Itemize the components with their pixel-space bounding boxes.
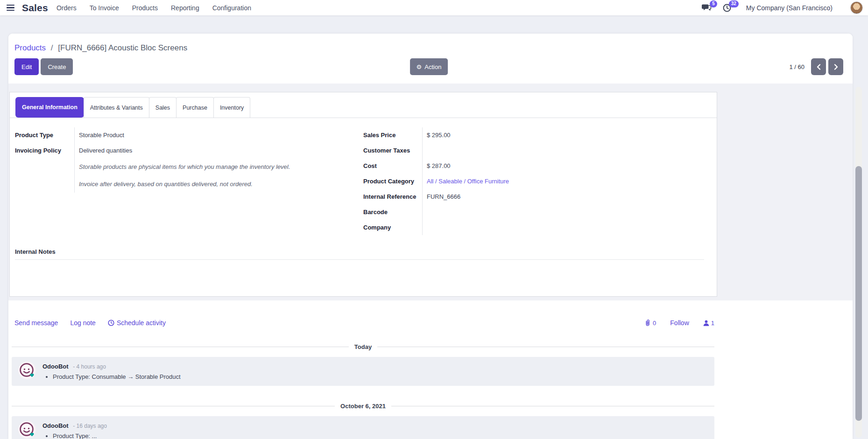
- user-avatar[interactable]: [850, 1, 863, 14]
- pager-count: 1 / 60: [789, 63, 804, 70]
- product-category-label: Product Category: [363, 174, 422, 189]
- cost-label: Cost: [363, 158, 422, 174]
- storable-help-text: Storable products are physical items for…: [74, 158, 348, 175]
- message-author[interactable]: OdooBot: [42, 422, 69, 429]
- form-right-column: Sales Price $ 295.00 Customer Taxes Cost…: [363, 127, 698, 235]
- chatter-actions: Send message Log note Schedule activity: [14, 319, 714, 327]
- paperclip-icon: [644, 319, 651, 327]
- barcode-label: Barcode: [363, 204, 422, 220]
- nav-item-to-invoice[interactable]: To Invoice: [90, 4, 119, 12]
- divider-line: [377, 347, 714, 347]
- log-note-label: Log note: [70, 319, 96, 327]
- internal-notes-body[interactable]: [15, 260, 704, 296]
- message-content: OdooBot - 16 days ago Product Type: ...: [42, 421, 107, 439]
- pager-previous-button[interactable]: [811, 58, 826, 75]
- nav-menu: Orders To Invoice Products Reporting Con…: [56, 4, 251, 12]
- hamburger-menu-icon[interactable]: [4, 3, 17, 13]
- message-timestamp: - 4 hours ago: [73, 363, 106, 370]
- divider-line: [12, 406, 335, 406]
- action-manager-card: Products / [FURN_6666] Acoustic Bloc Scr…: [8, 34, 853, 439]
- gear-icon: ⚙: [416, 64, 422, 70]
- chevron-right-icon: [834, 64, 838, 70]
- invoicing-policy-value: Delivered quantities: [74, 143, 348, 158]
- follow-zone: 0 Follow 1: [644, 319, 714, 327]
- divider-line: [12, 347, 349, 347]
- tab-purchase[interactable]: Purchase: [176, 97, 214, 118]
- nav-item-products[interactable]: Products: [132, 4, 158, 12]
- chatter-message: OdooBot - 4 hours ago Product Type: Cons…: [12, 357, 714, 386]
- schedule-activity-label: Schedule activity: [117, 319, 166, 327]
- general-information-form: Product Type Storable Product Invoicing …: [10, 118, 717, 235]
- tab-inventory[interactable]: Inventory: [213, 97, 250, 118]
- nav-item-reporting[interactable]: Reporting: [171, 4, 199, 12]
- chatter-message: OdooBot - 16 days ago Product Type: ...: [12, 416, 714, 439]
- customer-taxes-value: [422, 143, 698, 158]
- cost-value: $ 287.00: [422, 158, 698, 174]
- pager-next-button[interactable]: [828, 58, 843, 75]
- message-author[interactable]: OdooBot: [42, 363, 69, 370]
- tab-sales[interactable]: Sales: [149, 97, 176, 118]
- breadcrumb-separator: /: [51, 43, 53, 52]
- customer-taxes-label: Customer Taxes: [363, 143, 422, 158]
- attachment-count: 0: [653, 320, 656, 327]
- sales-price-label: Sales Price: [363, 127, 422, 143]
- attachments-button[interactable]: 0: [644, 319, 656, 327]
- control-panel: Products / [FURN_6666] Acoustic Bloc Scr…: [8, 34, 853, 84]
- follow-button[interactable]: Follow: [670, 319, 689, 327]
- schedule-activity-button[interactable]: Schedule activity: [108, 319, 166, 327]
- create-button[interactable]: Create: [41, 58, 73, 75]
- form-content-area: General Information Attributes & Variant…: [8, 84, 853, 439]
- message-content: OdooBot - 4 hours ago Product Type: Cons…: [42, 362, 181, 380]
- notebook-tabs: General Information Attributes & Variant…: [10, 92, 717, 118]
- barcode-value: [422, 204, 698, 220]
- messages-icon[interactable]: 5: [701, 3, 713, 13]
- log-note-button[interactable]: Log note: [70, 319, 96, 327]
- breadcrumb-products-link[interactable]: Products: [14, 43, 46, 52]
- company-label: Company: [363, 220, 422, 235]
- tab-general-information[interactable]: General Information: [15, 97, 84, 118]
- action-button-label: Action: [424, 63, 441, 70]
- follow-label: Follow: [670, 319, 689, 327]
- messages-badge: 5: [710, 0, 717, 7]
- schedule-clock-icon: [108, 320, 114, 326]
- scrollbar-thumb[interactable]: [855, 166, 862, 421]
- form-sheet: General Information Attributes & Variant…: [9, 92, 717, 297]
- send-message-button[interactable]: Send message: [14, 319, 58, 327]
- date-divider-today: Today: [12, 343, 714, 350]
- product-category-link[interactable]: All / Saleable / Office Furniture: [427, 178, 509, 185]
- form-left-column: Product Type Storable Product Invoicing …: [15, 127, 348, 235]
- empty-label: [15, 175, 74, 193]
- nav-item-orders[interactable]: Orders: [56, 4, 77, 12]
- followers-button[interactable]: 1: [703, 320, 714, 327]
- tab-attributes-variants[interactable]: Attributes & Variants: [84, 97, 149, 118]
- tracking-change-item: Product Type: Consumable → Storable Prod…: [53, 373, 181, 380]
- send-message-label: Send message: [14, 319, 58, 327]
- odoobot-avatar: [18, 362, 36, 379]
- edit-button[interactable]: Edit: [14, 58, 39, 75]
- internal-reference-value: FURN_6666: [422, 189, 698, 204]
- follower-count: 1: [711, 320, 714, 327]
- action-button[interactable]: ⚙ Action: [410, 58, 448, 75]
- divider-date: October 6, 2021: [340, 403, 386, 410]
- activities-icon[interactable]: 32: [723, 3, 734, 13]
- chatter: Send message Log note Schedule activity: [8, 300, 853, 439]
- odoobot-avatar: [18, 421, 36, 439]
- date-divider-october: October 6, 2021: [12, 403, 714, 410]
- invoicing-policy-label: Invoicing Policy: [15, 143, 74, 158]
- breadcrumb: Products / [FURN_6666] Acoustic Bloc Scr…: [14, 43, 843, 53]
- app-brand[interactable]: Sales: [22, 2, 48, 14]
- product-type-label: Product Type: [15, 127, 74, 143]
- sales-price-value: $ 295.00: [422, 127, 698, 143]
- nav-item-configuration[interactable]: Configuration: [212, 4, 251, 12]
- top-navbar: Sales Orders To Invoice Products Reporti…: [0, 0, 868, 15]
- company-value: [422, 220, 698, 235]
- invoicing-help-text: Invoice after delivery, based on quantit…: [74, 175, 348, 193]
- person-icon: [703, 320, 709, 326]
- product-type-value: Storable Product: [74, 127, 348, 143]
- divider-date: Today: [354, 343, 372, 350]
- internal-reference-label: Internal Reference: [363, 189, 422, 204]
- empty-label: [15, 158, 74, 175]
- vertical-scrollbar: [855, 87, 862, 438]
- company-switcher[interactable]: My Company (San Francisco): [746, 4, 833, 12]
- page-title: [FURN_6666] Acoustic Bloc Screens: [58, 43, 187, 52]
